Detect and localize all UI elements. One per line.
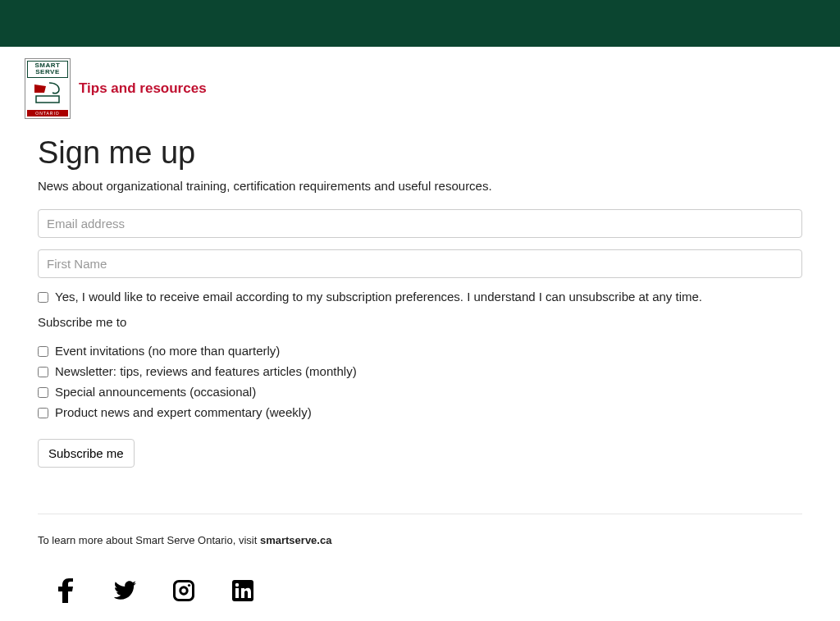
option-event-invitations[interactable]: Event invitations (no more than quarterl… (38, 344, 802, 358)
subscribe-options: Event invitations (no more than quarterl… (38, 344, 802, 419)
option-checkbox[interactable] (38, 367, 48, 377)
logo: SMART SERVE ONTARIO (25, 58, 71, 119)
subscribe-button[interactable]: Subscribe me (38, 439, 135, 468)
option-newsletter[interactable]: Newsletter: tips, reviews and features a… (38, 364, 802, 378)
page-subtitle: News about organizational training, cert… (38, 179, 802, 193)
footer-prefix: To learn more about Smart Serve Ontario,… (38, 534, 260, 546)
page-title: Sign me up (38, 135, 802, 171)
linkedin-icon[interactable] (231, 579, 254, 602)
header-title: Tips and resources (79, 80, 207, 97)
svg-point-5 (235, 583, 239, 587)
logo-line2: SERVE (28, 69, 67, 75)
option-product-news[interactable]: Product news and expert commentary (week… (38, 405, 802, 419)
firstname-field[interactable] (38, 249, 802, 278)
option-label: Product news and expert commentary (week… (55, 405, 312, 419)
option-label: Newsletter: tips, reviews and features a… (55, 364, 357, 378)
option-label: Event invitations (no more than quarterl… (55, 344, 280, 358)
option-checkbox[interactable] (38, 346, 48, 357)
svg-point-1 (180, 587, 187, 594)
option-special-announcements[interactable]: Special announcements (occasional) (38, 385, 802, 399)
option-checkbox[interactable] (38, 408, 48, 418)
logo-text: SMART SERVE (27, 61, 68, 78)
consent-checkbox[interactable] (38, 292, 48, 303)
footer-link[interactable]: smartserve.ca (260, 534, 331, 546)
subscribe-section-label: Subscribe me to (38, 315, 802, 329)
header: SMART SERVE ONTARIO Tips and resources (0, 47, 840, 119)
social-row (38, 579, 802, 602)
svg-rect-4 (235, 588, 239, 598)
logo-footer-text: ONTARIO (27, 110, 68, 116)
svg-point-2 (188, 584, 190, 587)
logo-graphic (27, 78, 68, 110)
option-label: Special announcements (occasional) (55, 385, 256, 399)
svg-rect-0 (36, 96, 59, 103)
top-banner (0, 0, 840, 47)
footer-text: To learn more about Smart Serve Ontario,… (38, 534, 802, 546)
divider (38, 514, 802, 514)
email-field[interactable] (38, 209, 802, 238)
consent-row[interactable]: Yes, I would like to receive email accor… (38, 290, 802, 304)
twitter-icon[interactable] (113, 579, 136, 602)
consent-label: Yes, I would like to receive email accor… (55, 290, 702, 304)
option-checkbox[interactable] (38, 387, 48, 398)
facebook-icon[interactable] (54, 579, 77, 602)
main-content: Sign me up News about organizational tra… (0, 119, 840, 621)
instagram-icon[interactable] (172, 579, 195, 602)
